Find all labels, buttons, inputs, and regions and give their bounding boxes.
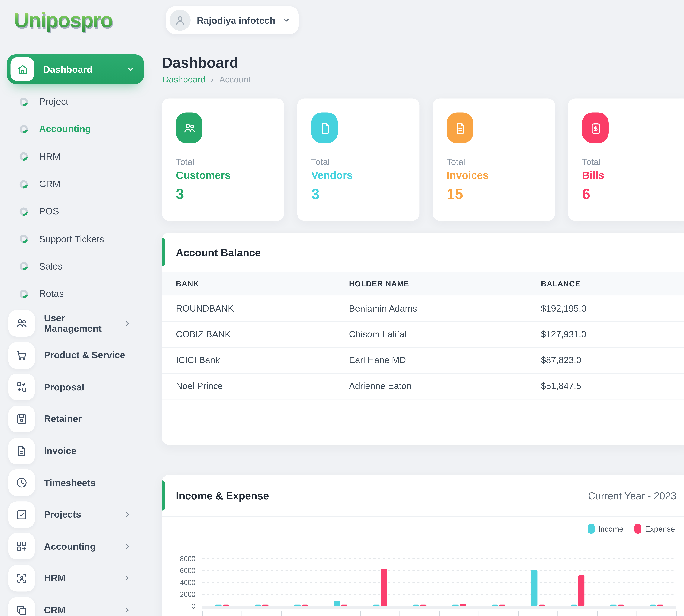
users-icon	[8, 310, 35, 337]
account-balance-table: BANKHOLDER NAMEBALANCE ROUNDBANKBenjamin…	[162, 272, 684, 399]
legend-expense: Expense	[645, 525, 675, 533]
sidebar-item-label: Project	[39, 96, 68, 107]
crm-icon	[8, 597, 35, 616]
column-header: BALANCE	[527, 272, 684, 295]
chevron-right-icon	[123, 511, 131, 519]
card-title: Account Balance	[176, 246, 261, 258]
sidebar-item-support-tickets[interactable]: Support Tickets	[0, 225, 154, 252]
chevron-right-icon: ›	[211, 75, 214, 85]
sidebar-item-label: Product & Service	[44, 350, 154, 360]
sidebar-item-crm[interactable]: CRM	[0, 170, 154, 198]
sidebar-item-retainer[interactable]: Retainer	[0, 403, 154, 435]
breadcrumb-current: Account	[219, 75, 251, 85]
stat-label: Customers	[176, 169, 270, 181]
retainer-icon	[8, 406, 35, 432]
svg-text:2000: 2000	[180, 591, 196, 598]
stat-card-invoices: TotalInvoices15	[433, 98, 555, 221]
stat-value: 3	[176, 186, 270, 202]
sidebar-item-label: CRM	[44, 605, 123, 615]
sidebar-item-projects[interactable]: Projects	[0, 499, 154, 531]
circle-bullet-icon	[18, 261, 29, 272]
sidebar-item-label: Support Tickets	[39, 234, 104, 244]
sidebar-item-rotas[interactable]: Rotas	[0, 280, 154, 307]
main-content: Dashboard Dashboard › Account TotalCusto…	[162, 0, 684, 616]
chevron-right-icon	[123, 606, 131, 614]
sidebar-item-accounting[interactable]: Accounting	[0, 530, 154, 562]
svg-text:0: 0	[191, 602, 195, 610]
circle-bullet-icon	[18, 205, 29, 217]
sidebar-item-product-service[interactable]: Product & Service	[0, 339, 154, 371]
stat-card-vendors: TotalVendors3	[297, 98, 419, 221]
sidebar-item-dashboard[interactable]: Dashboard	[7, 54, 144, 84]
sidebar-item-project[interactable]: Project	[0, 88, 154, 115]
sidebar-item-label: User Management	[44, 313, 123, 334]
clock-icon	[8, 469, 35, 496]
sidebar-item-label: Invoice	[44, 445, 154, 456]
sidebar-item-crm[interactable]: CRM	[0, 594, 154, 616]
breadcrumb: Dashboard › Account	[163, 75, 251, 85]
page-title: Dashboard	[162, 54, 238, 71]
table-cell: $192,195.0	[527, 295, 684, 321]
sidebar-item-invoice[interactable]: Invoice	[0, 435, 154, 467]
svg-text:4000: 4000	[180, 579, 196, 587]
sidebar-item-user-management[interactable]: User Management	[0, 308, 154, 339]
income-expense-bar-chart: 80006000400020000	[162, 541, 684, 616]
table-cell: Chisom Latifat	[335, 321, 527, 347]
breadcrumb-dashboard-link[interactable]: Dashboard	[163, 75, 205, 85]
stat-prefix: Total	[311, 157, 406, 167]
table-row: COBIZ BANKChisom Latifat$127,931.0	[162, 321, 684, 347]
table-cell: COBIZ BANK	[162, 321, 335, 347]
table-cell: Adrienne Eaton	[335, 373, 527, 399]
stat-prefix: Total	[447, 157, 541, 167]
table-cell: ICICI Bank	[162, 347, 335, 373]
sidebar-item-hrm[interactable]: HRM	[0, 562, 154, 594]
stat-prefix: Total	[582, 157, 676, 167]
table-cell: Earl Hane MD	[335, 347, 527, 373]
invoice-icon	[447, 112, 473, 143]
table-row: ICICI BankEarl Hane MD$87,823.0	[162, 347, 684, 373]
card-subtitle: Current Year - 2023	[588, 490, 676, 501]
stat-value: 15	[447, 186, 541, 202]
table-cell: Noel Prince	[162, 373, 335, 399]
hrm-icon	[8, 565, 35, 592]
table-cell: $127,931.0	[527, 321, 684, 347]
circle-bullet-icon	[18, 288, 29, 300]
sidebar-item-label: Accounting	[39, 124, 91, 134]
stat-value: 3	[311, 186, 406, 202]
sidebar-item-timesheets[interactable]: Timesheets	[0, 467, 154, 499]
table-cell: Benjamin Adams	[335, 295, 527, 321]
legend-income: Income	[598, 525, 623, 533]
cart-icon	[8, 342, 35, 369]
sidebar-item-accounting[interactable]: Accounting	[0, 115, 154, 143]
table-row: ROUNDBANKBenjamin Adams$192,195.0	[162, 295, 684, 321]
sidebar-item-hrm[interactable]: HRM	[0, 143, 154, 170]
sidebar-item-label: Timesheets	[44, 478, 154, 488]
circle-bullet-icon	[18, 178, 29, 190]
sidebar-item-label: Projects	[44, 509, 123, 520]
invoice-icon	[8, 438, 35, 464]
sidebar-item-label: Dashboard	[43, 64, 126, 74]
file-icon	[311, 112, 338, 143]
svg-text:8000: 8000	[180, 555, 196, 563]
sidebar-item-proposal[interactable]: Proposal	[0, 371, 154, 403]
sidebar-item-label: Retainer	[44, 414, 154, 424]
accounting-icon	[8, 533, 35, 560]
chevron-right-icon	[123, 320, 131, 327]
home-icon	[10, 57, 34, 81]
sidebar-item-label: Rotas	[39, 289, 64, 299]
sidebar-item-pos[interactable]: POS	[0, 198, 154, 225]
table-cell: ROUNDBANK	[162, 295, 335, 321]
column-header: BANK	[162, 272, 335, 295]
sidebar-item-label: POS	[39, 206, 59, 217]
sidebar-item-label: HRM	[44, 573, 123, 584]
app: Unipospro Rajodiya infotech 0 EN Dashboa…	[0, 0, 684, 616]
stat-cards: TotalCustomers3TotalVendors3TotalInvoice…	[162, 98, 684, 221]
income-expense-chart-card: Income & Expense Current Year - 2023 Inc…	[162, 475, 684, 616]
sidebar-item-sales[interactable]: Sales	[0, 253, 154, 280]
circle-bullet-icon	[18, 123, 29, 135]
circle-bullet-icon	[18, 96, 29, 107]
circle-bullet-icon	[18, 151, 29, 162]
sidebar-item-label: Sales	[39, 261, 63, 272]
projects-icon	[8, 501, 35, 528]
stat-card-bills: TotalBills6	[568, 98, 684, 221]
